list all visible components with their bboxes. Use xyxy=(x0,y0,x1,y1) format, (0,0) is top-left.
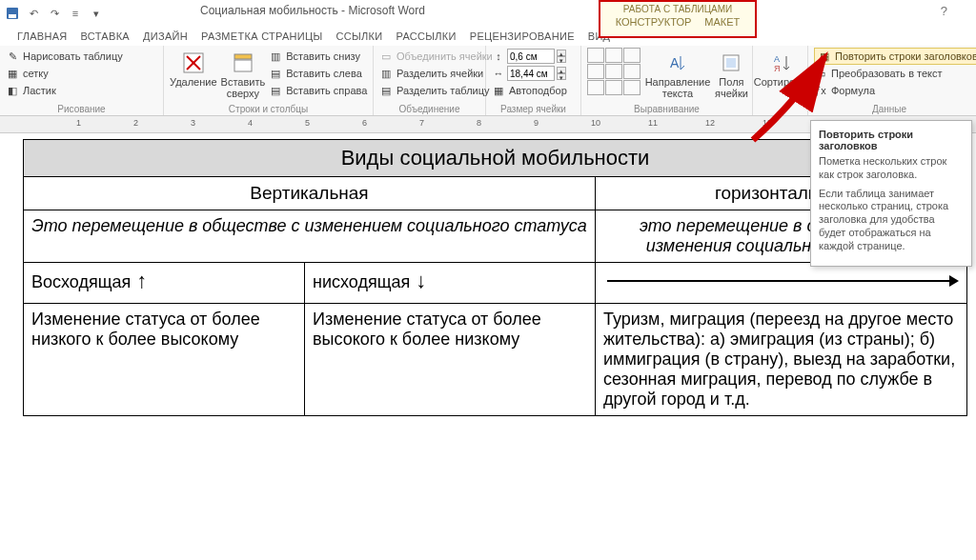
svg-text:A: A xyxy=(774,54,780,64)
merge-cells-button[interactable]: ▭Объединить ячейки xyxy=(379,48,493,65)
undo-icon[interactable]: ↶ xyxy=(25,5,42,22)
split-table-icon: ▤ xyxy=(379,84,393,97)
quick-access-toolbar: ↶ ↷ ≡ ▾ xyxy=(0,5,105,22)
convert-to-text-button[interactable]: ▭Преобразовать в текст xyxy=(814,65,976,82)
insert-left-icon: ▤ xyxy=(269,67,282,80)
group-sort: AЯ Сортировка xyxy=(753,46,808,115)
insert-top-button[interactable]: Вставить сверху xyxy=(221,48,266,103)
alignment-grid[interactable] xyxy=(587,48,640,95)
insert-top-icon xyxy=(230,50,256,76)
tooltip-text-2: Если таблица занимает несколько страниц,… xyxy=(819,188,964,253)
tooltip-text-1: Пометка нескольких строк как строк загол… xyxy=(819,155,964,182)
height-icon: ↕ xyxy=(492,50,505,63)
tab-insert[interactable]: ВСТАВКА xyxy=(81,30,130,42)
cell-horizontal-desc[interactable]: Туризм, миграция (переезд на другое мест… xyxy=(596,304,967,416)
svg-text:A: A xyxy=(670,55,680,70)
group-drawing: ✎Нарисовать таблицу ▦сетку ◧Ластик Рисов… xyxy=(0,46,164,115)
tab-design-main[interactable]: ДИЗАЙН xyxy=(143,30,188,42)
tab-design[interactable]: КОНСТРУКТОР xyxy=(616,16,692,28)
cell-descending[interactable]: нисходящая xyxy=(305,263,596,304)
insert-bottom-icon: ▥ xyxy=(269,50,282,63)
redo-icon[interactable]: ↷ xyxy=(46,5,63,22)
tab-layout[interactable]: МАКЕТ xyxy=(704,16,740,28)
autofit-icon: ▦ xyxy=(492,84,505,97)
help-icon[interactable]: ? xyxy=(941,4,947,18)
svg-text:Я: Я xyxy=(774,64,781,73)
cell-horizontal-arrow[interactable] xyxy=(596,263,967,304)
delete-button[interactable]: Удаление xyxy=(170,48,217,103)
insert-right-button[interactable]: ▤Вставить справа xyxy=(269,82,367,99)
tab-review[interactable]: РЕЦЕНЗИРОВАНИЕ xyxy=(470,30,575,42)
bullets-icon[interactable]: ≡ xyxy=(67,5,84,22)
margins-icon xyxy=(718,50,744,76)
merge-icon: ▭ xyxy=(379,50,393,63)
sort-button[interactable]: AЯ Сортировка xyxy=(759,48,806,115)
draw-table-button[interactable]: ✎Нарисовать таблицу xyxy=(6,48,123,65)
insert-left-button[interactable]: ▤Вставить слева xyxy=(269,65,367,82)
col-width-input[interactable]: ↔▴▾ xyxy=(492,65,567,82)
table-tools-label: РАБОТА С ТАБЛИЦАМИ xyxy=(623,2,732,14)
eraser-button[interactable]: ◧Ластик xyxy=(6,82,123,99)
tab-mailings[interactable]: РАССЫЛКИ xyxy=(396,30,457,42)
repeat-rows-icon: ▦ xyxy=(818,50,831,63)
text-direction-icon: A xyxy=(664,50,691,76)
cell-ascending[interactable]: Восходящая xyxy=(24,263,305,304)
desc-vertical[interactable]: Это перемещение в обществе с изменением … xyxy=(24,210,596,263)
repeat-header-rows-button[interactable]: ▦Повторить строки заголовков xyxy=(814,48,976,65)
tab-page-layout[interactable]: РАЗМЕТКА СТРАНИЦЫ xyxy=(201,30,323,42)
convert-icon: ▭ xyxy=(814,67,827,80)
window-title: Социальная мобильность - Microsoft Word xyxy=(200,4,425,17)
tab-home[interactable]: ГЛАВНАЯ xyxy=(17,30,68,42)
more-icon[interactable]: ▾ xyxy=(88,5,105,22)
col-vertical[interactable]: Вертикальная xyxy=(24,177,596,210)
tab-references[interactable]: ССЫЛКИ xyxy=(336,30,383,42)
group-cell-size: ↕▴▾ ↔▴▾ ▦Автоподбор Размер ячейки xyxy=(486,46,581,115)
delete-icon xyxy=(180,50,207,76)
svg-rect-1 xyxy=(9,14,16,18)
ribbon-tabs: ГЛАВНАЯ ВСТАВКА ДИЗАЙН РАЗМЕТКА СТРАНИЦЫ… xyxy=(0,27,976,46)
table-tools-contextual: РАБОТА С ТАБЛИЦАМИ КОНСТРУКТОР МАКЕТ xyxy=(599,0,757,38)
title-bar: ↶ ↷ ≡ ▾ Социальная мобильность - Microso… xyxy=(0,0,976,27)
formula-icon: ƒx xyxy=(814,84,827,97)
grid-button[interactable]: ▦сетку xyxy=(6,65,123,82)
insert-right-icon: ▤ xyxy=(269,84,282,97)
formula-button[interactable]: ƒxФормула xyxy=(814,82,976,99)
group-data: ▦Повторить строки заголовков ▭Преобразов… xyxy=(808,46,970,115)
width-icon: ↔ xyxy=(492,67,505,80)
row-height-input[interactable]: ↕▴▾ xyxy=(492,48,567,65)
cell-desc-desc[interactable]: Изменение статуса от более высокого к бо… xyxy=(305,304,596,416)
cell-margins-button[interactable]: Поля ячейки xyxy=(715,48,748,99)
split-cells-button[interactable]: ▥Разделить ячейки xyxy=(379,65,493,82)
autofit-button[interactable]: ▦Автоподбор xyxy=(492,82,567,99)
grid-icon: ▦ xyxy=(6,67,19,80)
text-direction-button[interactable]: A Направление текста xyxy=(646,48,709,99)
sort-icon: AЯ xyxy=(769,50,796,76)
group-alignment: A Направление текста Поля ячейки Выравни… xyxy=(581,46,753,115)
split-cells-icon: ▥ xyxy=(379,67,393,80)
svg-rect-6 xyxy=(234,54,252,59)
group-merge: ▭Объединить ячейки ▥Разделить ячейки ▤Ра… xyxy=(374,46,486,115)
tooltip-title: Повторить строки заголовков xyxy=(819,129,964,151)
save-icon[interactable] xyxy=(4,5,21,22)
cell-asc-desc[interactable]: Изменение статуса от более низкого к бол… xyxy=(24,304,305,416)
ribbon: ✎Нарисовать таблицу ▦сетку ◧Ластик Рисов… xyxy=(0,46,976,116)
insert-bottom-button[interactable]: ▥Вставить снизу xyxy=(269,48,367,65)
svg-rect-5 xyxy=(234,60,252,71)
split-table-button[interactable]: ▤Разделить таблицу xyxy=(379,82,493,99)
group-rows-cols: Удаление Вставить сверху ▥Вставить снизу… xyxy=(164,46,374,115)
right-arrow-icon xyxy=(603,269,959,297)
eraser-icon: ◧ xyxy=(6,84,19,97)
pencil-icon: ✎ xyxy=(6,50,19,63)
tooltip-repeat-header-rows: Повторить строки заголовков Пометка неск… xyxy=(810,120,972,267)
svg-rect-9 xyxy=(726,58,736,68)
